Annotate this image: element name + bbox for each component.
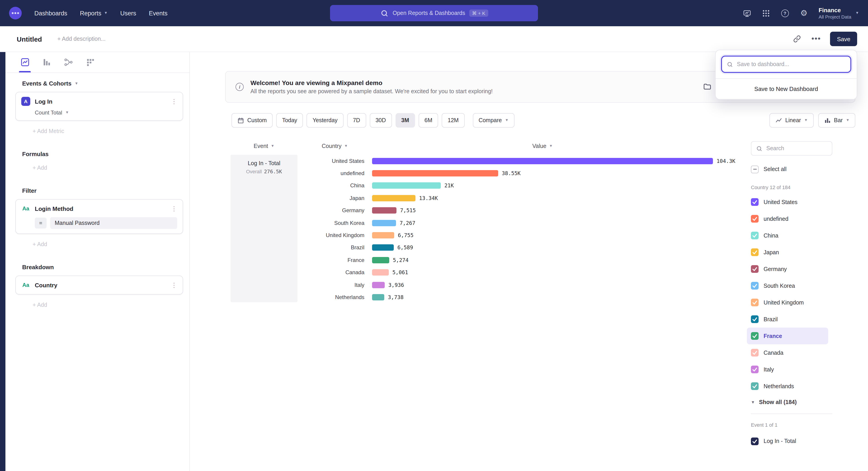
nav-events[interactable]: Events — [149, 10, 168, 17]
bar-united-kingdom[interactable] — [372, 232, 394, 238]
legend-search[interactable] — [751, 141, 832, 156]
bar-netherlands[interactable] — [372, 294, 384, 300]
legend-item-united-states[interactable]: United States — [747, 194, 828, 210]
legend-item-brazil[interactable]: Brazil — [747, 311, 828, 328]
tab-funnels[interactable] — [41, 52, 53, 72]
legend-item-italy[interactable]: Italy — [747, 361, 828, 378]
filter-property-name[interactable]: Login Method — [35, 205, 73, 212]
nav-users[interactable]: Users — [120, 10, 136, 17]
checkbox-checked[interactable] — [751, 282, 758, 290]
checkbox-checked[interactable] — [751, 349, 758, 356]
apps-grid-icon[interactable] — [762, 9, 770, 18]
legend-search-input[interactable] — [766, 145, 827, 152]
data-monitor-icon[interactable] — [743, 9, 751, 18]
kebab-menu-icon[interactable]: ⋮ — [171, 205, 177, 212]
bar-japan[interactable] — [372, 195, 415, 201]
value-column-header[interactable]: Value▼ — [372, 143, 713, 149]
bar-united-states[interactable] — [372, 158, 713, 164]
legend-item-netherlands[interactable]: Netherlands — [747, 378, 828, 394]
events-cohorts-section[interactable]: Events & Cohorts▼ — [22, 80, 189, 87]
breakdown-property-name[interactable]: Country — [35, 282, 57, 289]
bar-italy[interactable] — [372, 282, 385, 288]
checkbox-checked[interactable] — [751, 198, 758, 206]
legend-item-south-korea[interactable]: South Korea — [747, 277, 828, 294]
show-all-button[interactable]: ▼ Show all (184) — [751, 399, 868, 405]
kebab-menu-icon[interactable]: ⋮ — [171, 98, 177, 105]
bar-south-korea[interactable] — [372, 220, 396, 226]
range-yesterday[interactable]: Yesterday — [307, 113, 343, 127]
bar-undefined[interactable] — [372, 170, 498, 176]
filter-card[interactable]: Aa Login Method ⋮ = — [16, 199, 183, 234]
filter-value-input[interactable] — [50, 217, 177, 229]
checkbox-checked[interactable] — [751, 365, 758, 373]
project-selector[interactable]: Finance All Project Data ▼ — [818, 7, 859, 20]
legend-item-china[interactable]: China — [747, 227, 828, 244]
operator-equals[interactable]: = — [35, 217, 46, 229]
compare-button[interactable]: Compare▼ — [473, 113, 515, 127]
legend-item-japan[interactable]: Japan — [747, 244, 828, 261]
checkbox-checked[interactable] — [751, 265, 758, 273]
checkbox-checked[interactable] — [751, 382, 758, 390]
mixpanel-logo-icon[interactable] — [9, 7, 22, 20]
tab-retention[interactable] — [84, 52, 96, 72]
range-12m[interactable]: 12M — [442, 113, 465, 127]
add-description[interactable]: + Add description... — [57, 36, 105, 42]
checkbox-checked[interactable] — [751, 215, 758, 223]
report-title[interactable]: Untitled — [17, 35, 42, 43]
range-7d[interactable]: 7D — [347, 113, 366, 127]
dashboard-search-input[interactable] — [737, 61, 846, 67]
tab-flows[interactable] — [62, 52, 74, 72]
legend-item-canada[interactable]: Canada — [747, 344, 828, 361]
checkbox-checked[interactable] — [751, 437, 758, 445]
copy-link-icon[interactable] — [792, 34, 802, 44]
add-metric-button[interactable]: + Add Metric — [33, 128, 189, 135]
checkbox-checked[interactable] — [751, 299, 758, 306]
range-3m[interactable]: 3M — [395, 113, 415, 127]
select-all-label: Select all — [764, 166, 786, 172]
legend-item-undefined[interactable]: undefined — [747, 210, 828, 227]
checkbox-checked[interactable] — [751, 248, 758, 256]
legend-item-france[interactable]: France — [747, 328, 828, 344]
add-filter-button[interactable]: + Add — [33, 241, 189, 247]
bar-germany[interactable] — [372, 207, 397, 214]
add-breakdown-button[interactable]: + Add — [33, 302, 189, 308]
checkbox-checked[interactable] — [751, 232, 758, 239]
checkbox-checked[interactable] — [751, 332, 758, 340]
settings-gear-icon[interactable]: ⚙ — [800, 9, 808, 18]
event-column-header[interactable]: Event▼ — [230, 143, 298, 149]
add-formula-button[interactable]: + Add — [33, 165, 189, 171]
country-column-header[interactable]: Country▼ — [298, 143, 372, 149]
legend-item-united-kingdom[interactable]: United Kingdom — [747, 294, 828, 311]
select-all-row[interactable]: Select all — [751, 163, 868, 176]
save-button[interactable]: Save — [830, 32, 857, 46]
metric-card[interactable]: A Log In ⋮ Count Total▼ — [16, 92, 183, 121]
global-search-bar[interactable]: Open Reports & Dashboards ⌘ + K — [330, 5, 538, 21]
checkbox-checked[interactable] — [751, 315, 758, 323]
bar-china[interactable] — [372, 182, 441, 189]
more-options-icon[interactable]: ••• — [811, 34, 821, 44]
nav-reports[interactable]: Reports▼ — [80, 10, 107, 17]
nav-dashboards[interactable]: Dashboards — [34, 10, 67, 17]
save-to-new-dashboard-option[interactable]: Save to New Dashboard — [716, 78, 857, 99]
range-30d[interactable]: 30D — [370, 113, 392, 127]
legend-item-germany[interactable]: Germany — [747, 261, 828, 277]
metric-event-name[interactable]: Log In — [35, 98, 53, 105]
range-today[interactable]: Today — [276, 113, 303, 127]
bar-france[interactable] — [372, 257, 389, 263]
range-custom[interactable]: Custom — [231, 113, 273, 127]
kebab-menu-icon[interactable]: ⋮ — [171, 282, 177, 288]
tab-insights[interactable] — [19, 52, 31, 72]
chart-type-selector[interactable]: Bar▼ — [818, 113, 855, 127]
line-type-selector[interactable]: Linear▼ — [770, 113, 813, 127]
checkbox-indeterminate[interactable] — [751, 165, 758, 173]
bar-canada[interactable] — [372, 269, 389, 275]
legend-event-item[interactable]: Log In - Total — [751, 435, 868, 447]
chevron-down-icon: ▼ — [804, 119, 808, 122]
bar-brazil[interactable] — [372, 244, 394, 251]
range-6m[interactable]: 6M — [418, 113, 438, 127]
dashboard-search-field[interactable] — [721, 56, 851, 73]
search-icon — [380, 9, 389, 18]
aggregation-selector[interactable]: Count Total▼ — [35, 110, 177, 116]
help-icon[interactable]: ? — [780, 9, 789, 18]
breakdown-card[interactable]: Aa Country ⋮ — [16, 275, 183, 295]
